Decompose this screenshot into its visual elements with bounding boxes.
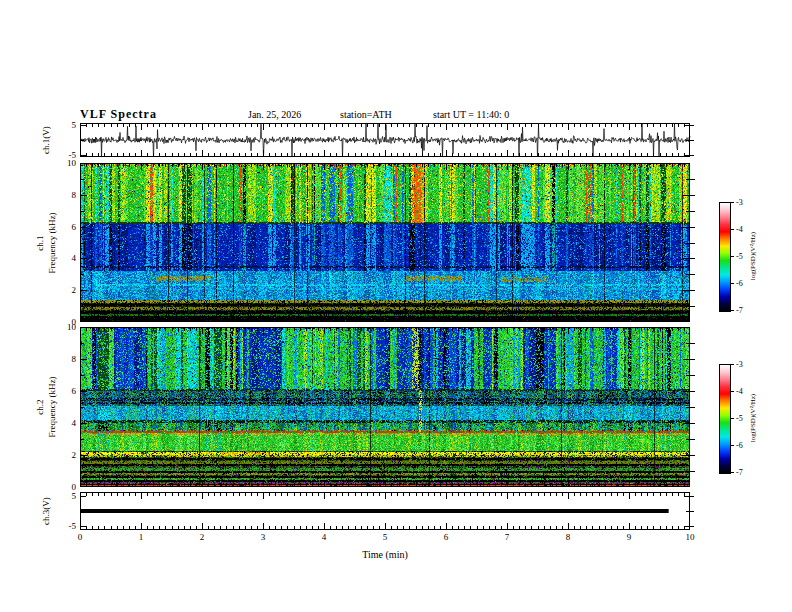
colorbar-tick	[730, 472, 734, 473]
x-tick-label: 2	[190, 532, 214, 542]
x-tick-label: 4	[312, 532, 336, 542]
colorbar-tick-label: -3	[736, 198, 743, 207]
ch2-spec-channel-label: ch.2	[35, 399, 45, 414]
colorbar-ch2	[719, 364, 731, 474]
page-title: VLF Spectra	[80, 107, 157, 122]
colorbar-tick	[730, 445, 734, 446]
header-date: Jan. 25, 2026	[248, 109, 301, 120]
header-start-ut: start UT = 11:40: 0	[433, 109, 509, 120]
time-axis-label: Time (min)	[335, 549, 435, 560]
ch1-wave-y-tick-label: 5	[52, 120, 76, 130]
x-tick-label: 8	[556, 532, 580, 542]
ch3-y-tick-label: 5	[52, 491, 76, 501]
x-tick-label: 3	[251, 532, 275, 542]
x-tick-label: 9	[617, 532, 641, 542]
ch3-voltage-axis-label: ch.3(V)	[41, 497, 51, 525]
ch1-voltage-axis-label: ch.1(V)	[41, 126, 51, 154]
ch2-spectrogram	[80, 327, 698, 487]
colorbar-tick	[730, 256, 734, 257]
colorbar-ch1-label: log(PSD)(V²/Hz)	[749, 232, 757, 280]
colorbar-tick	[730, 418, 734, 419]
colorbar-tick-label: -6	[736, 279, 743, 288]
colorbar-tick	[730, 283, 734, 284]
colorbar-tick-label: -7	[736, 468, 743, 477]
colorbar-tick	[730, 364, 734, 365]
colorbar-tick-label: -5	[736, 252, 743, 261]
ch1-spectrogram	[80, 163, 698, 322]
spec2-y-tick-label: 8	[52, 354, 76, 364]
colorbar-ch1	[719, 202, 731, 312]
x-tick-label: 1	[129, 532, 153, 542]
vlf-spectra-figure: VLF Spectra Jan. 25, 2026 station=ATH st…	[0, 0, 792, 612]
ch1-spec-channel-label: ch.1	[35, 235, 45, 250]
header-station: station=ATH	[340, 109, 392, 120]
spec1-y-tick-label: 2	[52, 285, 76, 295]
colorbar-tick	[730, 391, 734, 392]
ch3-y-tick-label: -5	[52, 521, 76, 531]
colorbar-tick-label: -4	[736, 225, 743, 234]
x-tick-label: 6	[434, 532, 458, 542]
colorbar-tick-label: -4	[736, 387, 743, 396]
spec2-y-tick-label: 4	[52, 418, 76, 428]
ch1-wave-y-tick-label: -5	[52, 150, 76, 160]
x-tick-label: 7	[495, 532, 519, 542]
colorbar-tick-label: -3	[736, 360, 743, 369]
x-tick-label: 5	[373, 532, 397, 542]
colorbar-tick-label: -6	[736, 441, 743, 450]
x-tick-label: 10	[678, 532, 702, 542]
colorbar-tick-label: -5	[736, 414, 743, 423]
ch3-waveform-plot	[80, 492, 698, 530]
colorbar-ch2-label: log(PSD)(V²/Hz)	[749, 394, 757, 442]
spec1-y-tick-label: 4	[52, 253, 76, 263]
spec1-y-tick-label: 8	[52, 190, 76, 200]
colorbar-tick-label: -7	[736, 306, 743, 315]
colorbar-tick	[730, 202, 734, 203]
spec1-y-tick-label: 6	[52, 222, 76, 232]
ch1-waveform-plot	[80, 123, 698, 157]
colorbar-tick	[730, 229, 734, 230]
spec2-y-tick-label: 10	[52, 322, 76, 332]
x-tick-label: 0	[68, 532, 92, 542]
spec2-y-tick-label: 2	[52, 450, 76, 460]
spec2-y-tick-label: 6	[52, 386, 76, 396]
colorbar-tick	[730, 310, 734, 311]
